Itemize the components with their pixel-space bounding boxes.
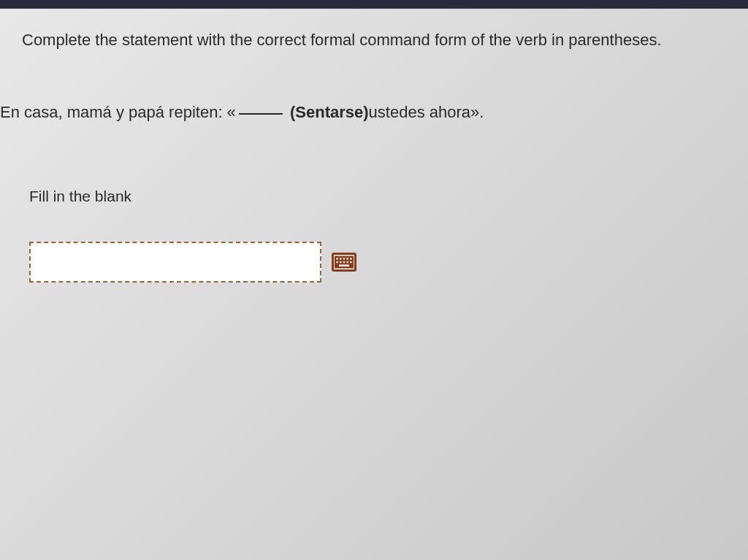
question-suffix: ustedes ahora».: [369, 103, 484, 122]
input-wrapper: [29, 242, 321, 283]
blank-line: [239, 113, 283, 115]
virtual-keyboard-button[interactable]: [332, 253, 356, 272]
answer-input[interactable]: [29, 242, 321, 283]
question-prefix: En casa, mamá y papá repiten: «: [0, 103, 236, 122]
svg-rect-5: [350, 258, 351, 259]
keyboard-icon: [334, 255, 354, 269]
verb-parenthetical: (Sentarse): [290, 103, 369, 122]
svg-rect-3: [343, 258, 345, 259]
content-area: Complete the statement with the correct …: [0, 9, 748, 283]
instruction-text: Complete the statement with the correct …: [0, 9, 748, 66]
top-bar: [0, 0, 748, 9]
svg-rect-10: [350, 261, 351, 263]
svg-rect-8: [343, 261, 345, 263]
svg-rect-9: [347, 261, 348, 263]
svg-rect-2: [340, 258, 341, 259]
svg-rect-6: [337, 261, 338, 263]
question-text: En casa, mamá y papá repiten: « (Sentars…: [0, 66, 748, 137]
svg-rect-7: [340, 261, 341, 263]
svg-rect-4: [347, 258, 348, 259]
fill-in-blank-label: Fill in the blank: [0, 137, 748, 205]
input-row: [0, 205, 748, 283]
svg-rect-11: [339, 264, 349, 266]
svg-rect-1: [337, 258, 338, 259]
